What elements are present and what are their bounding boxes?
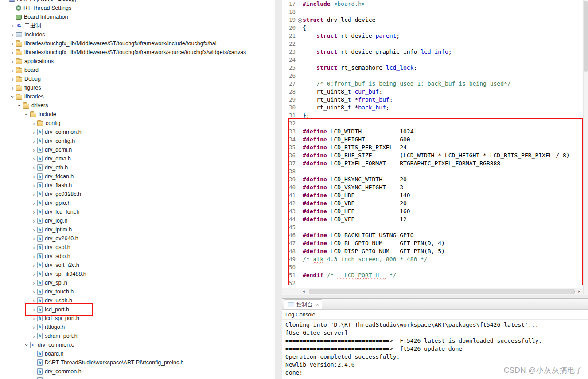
tree-item-libraries-touchgfx-lib-middlewares-st-touc[interactable]: ›libraries/touchgfx_lib/Middlewares/ST/t… (0, 39, 275, 48)
tree-item-drv-lcd-font-h[interactable]: ›hdrv_lcd_font.h (0, 207, 275, 216)
chevron-collapsed-icon[interactable]: › (31, 289, 37, 295)
tree-item-item[interactable]: ›01二进制 (0, 21, 275, 30)
code-line-26[interactable]: 26 (282, 72, 588, 80)
tree-item-rt-thread-settings[interactable]: RT-Thread Settings (0, 4, 275, 12)
chevron-collapsed-icon[interactable]: › (31, 147, 37, 153)
close-icon[interactable]: × (316, 302, 319, 307)
tree-item-rttlogo-h[interactable]: ›hrttlogo.h (0, 323, 275, 332)
tree-item-drv-common-h[interactable]: hdrv_common.h (0, 367, 275, 376)
code-line-36[interactable]: 36#define LCD_BUF_SIZE (LCD_WIDTH * LCD_… (282, 152, 588, 160)
chevron-collapsed-icon[interactable]: › (31, 253, 37, 260)
code-line-21[interactable]: 21 struct rt_device parent; (282, 32, 588, 40)
code-line-38[interactable]: 38 (282, 168, 588, 176)
code-line-48[interactable]: 48#define LCD_DISP_GPIO_NUM GET_PIN(B, 5… (282, 248, 588, 256)
chevron-collapsed-icon[interactable]: › (10, 85, 16, 91)
panel-sash-vertical[interactable] (275, 0, 282, 379)
tree-item-config[interactable]: ›config (0, 119, 275, 128)
chevron-collapsed-icon[interactable]: › (31, 173, 37, 180)
chevron-collapsed-icon[interactable]: › (31, 129, 37, 136)
chevron-expanded-icon[interactable]: › (23, 112, 30, 117)
code-line-22[interactable]: 22 (282, 40, 588, 48)
tree-item-drv-common-h[interactable]: ›hdrv_common.h (0, 128, 275, 137)
chevron-collapsed-icon[interactable]: › (10, 23, 16, 29)
chevron-collapsed-icon[interactable]: › (31, 297, 37, 304)
chevron-collapsed-icon[interactable]: › (31, 164, 37, 171)
code-line-42[interactable]: 42#define LCD_VBP 20 (282, 200, 588, 208)
tree-item-include[interactable]: ›include (0, 110, 275, 119)
tree-item-drv-spi-h[interactable]: ›hdrv_spi.h (0, 278, 275, 287)
horizontal-scroll-thumb[interactable] (309, 289, 575, 294)
tree-item-drv-log-h[interactable]: ›hdrv_log.h (0, 216, 275, 225)
code-line-27[interactable]: 27 /* 0:front_buf is being used 1: back_… (282, 80, 588, 88)
tree-item-sdram-port-h[interactable]: ›hsdram_port.h (0, 332, 275, 340)
chevron-collapsed-icon[interactable]: › (10, 40, 16, 47)
tree-item-drv-common-c[interactable]: ›cdrv_common.c (0, 340, 275, 349)
chevron-collapsed-icon[interactable]: › (31, 324, 37, 331)
code-line-24[interactable]: 24 (282, 56, 588, 64)
tree-item-drv-gpio-h[interactable]: ›hdrv_gpio.h (0, 199, 275, 207)
chevron-collapsed-icon[interactable]: › (31, 191, 37, 198)
chevron-collapsed-icon[interactable]: › (31, 235, 37, 242)
code-line-28[interactable]: 28 rt_uint8_t cur_buf; (282, 88, 588, 96)
chevron-collapsed-icon[interactable]: › (31, 280, 37, 286)
chevron-collapsed-icon[interactable]: › (31, 120, 37, 127)
chevron-collapsed-icon[interactable]: › (10, 49, 16, 56)
tree-item-drv-lptim-h[interactable]: ›hdrv_lptim.h (0, 225, 275, 234)
chevron-collapsed-icon[interactable]: › (31, 218, 37, 224)
chevron-expanded-icon[interactable]: › (23, 342, 30, 348)
chevron-collapsed-icon[interactable]: › (10, 58, 16, 65)
code-line-46[interactable]: 46#define LCD_BACKLIGHT_USING_GPIO (282, 232, 588, 240)
code-line-41[interactable]: 41#define LCD_HBP 140 (282, 192, 588, 200)
tree-item-drv-fdcan-h[interactable]: ›hdrv_fdcan.h (0, 172, 275, 181)
code-line-18[interactable]: 18 (282, 8, 588, 16)
code-line-50[interactable]: 50 (282, 264, 588, 272)
code-editor[interactable]: 17#include <board.h>1819−struct drv_lcd_… (282, 0, 588, 288)
tree-item-drv-touch-h[interactable]: ›hdrv_touch.h (0, 287, 275, 296)
tree-item-libraries[interactable]: ›libraries (0, 92, 275, 101)
code-line-43[interactable]: 43#define LCD_HFP 160 (282, 208, 588, 216)
tree-item-drv-ov2640-h[interactable]: ›hdrv_ov2640.h (0, 234, 275, 243)
code-line-17[interactable]: 17#include <board.h> (282, 0, 588, 8)
code-line-25[interactable]: 25 struct rt_semaphore lcd_lock; (282, 64, 588, 72)
chevron-collapsed-icon[interactable]: › (10, 76, 16, 82)
chevron-collapsed-icon[interactable]: › (31, 138, 37, 145)
chevron-expanded-icon[interactable]: › (16, 103, 23, 109)
tree-item-lcd-spi-port-h[interactable]: ›hlcd_spi_port.h (0, 314, 275, 323)
chevron-collapsed-icon[interactable]: › (31, 156, 37, 162)
horizontal-scrollbar[interactable]: ◂ ▸ (282, 288, 588, 295)
tree-item-includes[interactable]: ›Includes (0, 30, 275, 39)
chevron-collapsed-icon[interactable]: › (31, 306, 37, 313)
panel-sash-horizontal[interactable] (282, 295, 588, 298)
tree-item-applications[interactable]: ›applications (0, 57, 275, 66)
chevron-collapsed-icon[interactable]: › (10, 31, 16, 38)
code-line-20[interactable]: 20{ (282, 24, 588, 32)
chevron-collapsed-icon[interactable]: › (31, 271, 37, 277)
code-line-52[interactable]: 52 (282, 280, 588, 288)
code-line-29[interactable]: 29 rt_uint8_t *front_buf; (282, 96, 588, 104)
code-line-33[interactable]: 33#define LCD_WIDTH 1024 (282, 128, 588, 136)
code-line-47[interactable]: 47#define LCD_BL_GPIO_NUM GET_PIN(D, 4) (282, 240, 588, 248)
tree-item-drv-flash-h[interactable]: ›hdrv_flash.h (0, 181, 275, 190)
code-line-40[interactable]: 40#define LCD_VSYNC_HEIGHT 3 (282, 184, 588, 192)
code-line-23[interactable]: 23 struct rt_device_graphic_info lcd_inf… (282, 48, 588, 56)
scroll-right-icon[interactable]: ▸ (576, 288, 583, 294)
chevron-collapsed-icon[interactable]: › (31, 244, 37, 251)
tree-item-drv-usbh-h[interactable]: ›hdrv_usbh.h (0, 296, 275, 305)
chevron-collapsed-icon[interactable]: › (10, 67, 16, 74)
chevron-collapsed-icon[interactable]: › (31, 209, 37, 215)
code-line-34[interactable]: 34#define LCD_HEIGHT 600 (282, 136, 588, 144)
code-line-44[interactable]: 44#define LCD_VFP 12 (282, 216, 588, 224)
chevron-expanded-icon[interactable]: › (2, 0, 9, 2)
code-line-49[interactable]: 49/* atk 4.3 inch screen, 800 * 480 */ (282, 256, 588, 264)
chevron-expanded-icon[interactable]: › (9, 94, 16, 100)
tree-item-board[interactable]: ›board (0, 66, 275, 74)
tree-item-figures[interactable]: ›figures (0, 83, 275, 92)
tree-item-board-information[interactable]: Board Information (0, 12, 275, 21)
chevron-collapsed-icon[interactable]: › (31, 262, 37, 269)
chevron-collapsed-icon[interactable]: › (31, 182, 37, 189)
tree-item-drv-gc0328c-h[interactable]: ›hdrv_gc0328c.h (0, 190, 275, 199)
tree-item-drv-spi-ili9488-h[interactable]: ›hdrv_spi_ili9488.h (0, 270, 275, 278)
chevron-collapsed-icon[interactable]: › (31, 315, 37, 322)
vertical-scrollbar[interactable] (583, 0, 588, 294)
chevron-collapsed-icon[interactable]: › (31, 333, 37, 340)
